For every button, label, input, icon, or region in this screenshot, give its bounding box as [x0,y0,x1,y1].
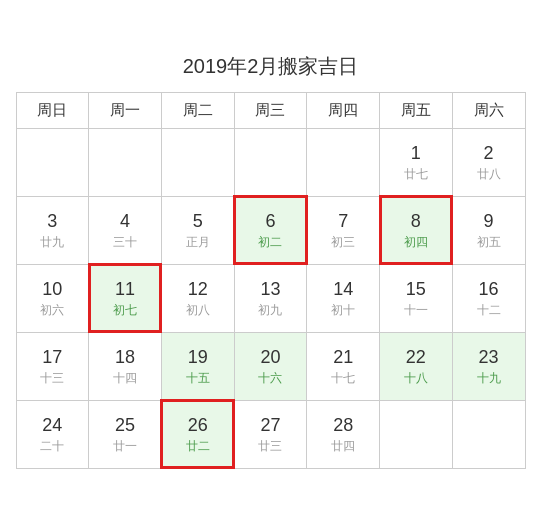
day-number: 4 [93,209,157,234]
day-lunar: 十四 [93,370,157,387]
day-number: 6 [239,209,303,234]
calendar-day-cell: 24二十 [16,400,89,468]
day-lunar: 初九 [239,302,303,319]
day-lunar: 初七 [93,302,157,319]
calendar-day-cell: 6初二 [234,196,307,264]
day-number: 14 [311,277,375,302]
day-number: 9 [457,209,521,234]
calendar-container: 2019年2月搬家吉日 周日周一周二周三周四周五周六 1廿七2廿八3廿九4三十5… [16,53,526,469]
day-lunar: 十六 [239,370,303,387]
day-number: 17 [21,345,85,370]
day-lunar: 正月 [166,234,230,251]
calendar-day-cell: 8初四 [380,196,453,264]
weekday-header: 周三 [234,92,307,128]
calendar-day-cell: 28廿四 [307,400,380,468]
weekday-header: 周四 [307,92,380,128]
calendar-day-cell: 23十九 [452,332,525,400]
calendar-day-cell: 21十七 [307,332,380,400]
calendar-week-row: 1廿七2廿八 [16,128,525,196]
weekday-header: 周日 [16,92,89,128]
calendar-week-row: 10初六11初七12初八13初九14初十15十一16十二 [16,264,525,332]
day-number: 27 [239,413,303,438]
day-number: 18 [93,345,157,370]
day-lunar: 廿四 [311,438,375,455]
calendar-day-cell: 4三十 [89,196,162,264]
calendar-table: 周日周一周二周三周四周五周六 1廿七2廿八3廿九4三十5正月6初二7初三8初四9… [16,92,526,469]
calendar-day-cell: 1廿七 [380,128,453,196]
calendar-body: 1廿七2廿八3廿九4三十5正月6初二7初三8初四9初五10初六11初七12初八1… [16,128,525,468]
day-lunar: 廿九 [21,234,85,251]
day-lunar: 廿一 [93,438,157,455]
calendar-day-cell [16,128,89,196]
day-lunar: 初八 [166,302,230,319]
day-lunar: 廿八 [457,166,521,183]
calendar-day-cell [307,128,380,196]
day-number: 16 [457,277,521,302]
calendar-day-cell: 26廿二 [161,400,234,468]
day-lunar: 初十 [311,302,375,319]
calendar-day-cell: 22十八 [380,332,453,400]
header-row: 周日周一周二周三周四周五周六 [16,92,525,128]
calendar-day-cell: 13初九 [234,264,307,332]
day-number: 26 [166,413,230,438]
day-number: 28 [311,413,375,438]
calendar-day-cell: 19十五 [161,332,234,400]
calendar-day-cell: 12初八 [161,264,234,332]
day-lunar: 初二 [239,234,303,251]
day-number: 15 [384,277,448,302]
calendar-day-cell: 15十一 [380,264,453,332]
day-number: 25 [93,413,157,438]
calendar-day-cell: 11初七 [89,264,162,332]
day-lunar: 初五 [457,234,521,251]
calendar-day-cell: 16十二 [452,264,525,332]
day-lunar: 十八 [384,370,448,387]
calendar-day-cell: 10初六 [16,264,89,332]
day-lunar: 廿三 [239,438,303,455]
day-number: 19 [166,345,230,370]
calendar-day-cell: 14初十 [307,264,380,332]
calendar-week-row: 3廿九4三十5正月6初二7初三8初四9初五 [16,196,525,264]
day-lunar: 十三 [21,370,85,387]
day-number: 7 [311,209,375,234]
day-lunar: 初三 [311,234,375,251]
day-lunar: 三十 [93,234,157,251]
day-lunar: 十二 [457,302,521,319]
calendar-day-cell [161,128,234,196]
calendar-day-cell: 18十四 [89,332,162,400]
calendar-day-cell [452,400,525,468]
day-lunar: 十一 [384,302,448,319]
weekday-header: 周二 [161,92,234,128]
calendar-day-cell: 3廿九 [16,196,89,264]
calendar-day-cell: 7初三 [307,196,380,264]
calendar-day-cell [380,400,453,468]
day-lunar: 初四 [384,234,448,251]
day-lunar: 十五 [166,370,230,387]
day-number: 13 [239,277,303,302]
calendar-day-cell: 17十三 [16,332,89,400]
day-lunar: 初六 [21,302,85,319]
weekday-header: 周一 [89,92,162,128]
day-number: 21 [311,345,375,370]
day-number: 5 [166,209,230,234]
calendar-day-cell: 9初五 [452,196,525,264]
calendar-day-cell [89,128,162,196]
day-lunar: 廿七 [384,166,448,183]
calendar-day-cell [234,128,307,196]
day-number: 24 [21,413,85,438]
day-number: 8 [384,209,448,234]
weekday-header: 周五 [380,92,453,128]
calendar-day-cell: 2廿八 [452,128,525,196]
calendar-title: 2019年2月搬家吉日 [16,53,526,80]
day-number: 1 [384,141,448,166]
calendar-day-cell: 5正月 [161,196,234,264]
day-number: 23 [457,345,521,370]
calendar-day-cell: 25廿一 [89,400,162,468]
calendar-day-cell: 20十六 [234,332,307,400]
day-number: 20 [239,345,303,370]
day-lunar: 廿二 [166,438,230,455]
day-number: 22 [384,345,448,370]
day-number: 2 [457,141,521,166]
day-number: 12 [166,277,230,302]
day-number: 3 [21,209,85,234]
day-lunar: 二十 [21,438,85,455]
